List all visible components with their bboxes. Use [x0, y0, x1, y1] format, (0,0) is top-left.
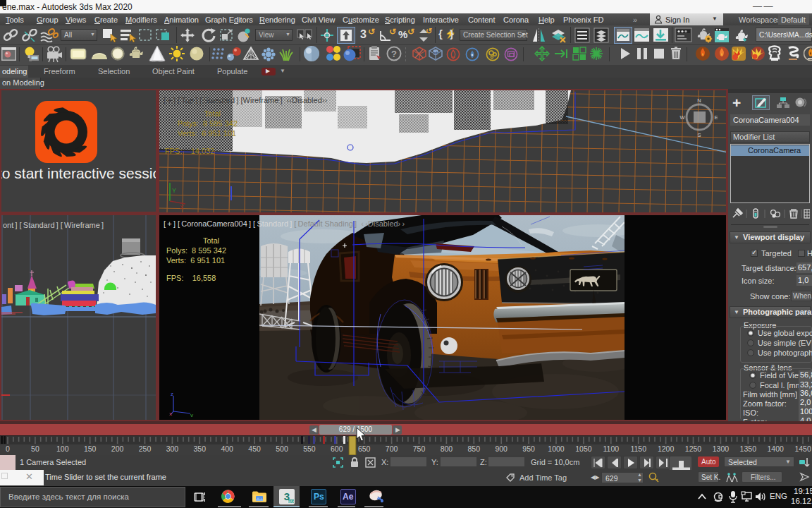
svg-text:W: W: [679, 114, 685, 121]
svg-text:1300: 1300: [713, 445, 730, 453]
svg-text:100: 100: [56, 445, 69, 453]
svg-text:850: 850: [468, 445, 481, 453]
svg-text:1150: 1150: [630, 445, 646, 453]
svg-text:1250: 1250: [685, 445, 702, 453]
svg-text:1000: 1000: [548, 445, 565, 453]
svg-text:1400: 1400: [768, 445, 785, 453]
svg-text:0: 0: [6, 445, 10, 453]
svg-text:X: X: [180, 204, 184, 211]
svg-text:50: 50: [31, 445, 39, 453]
svg-text:1050: 1050: [575, 445, 592, 453]
svg-text:600: 600: [331, 445, 343, 453]
svg-text:z: z: [171, 392, 173, 397]
svg-text:1450: 1450: [794, 445, 811, 453]
svg-text:350: 350: [194, 445, 207, 453]
svg-text:1100: 1100: [603, 445, 620, 453]
svg-text:?: ?: [391, 49, 397, 59]
svg-text:650: 650: [358, 445, 371, 453]
svg-text:800: 800: [441, 445, 453, 453]
svg-text:1200: 1200: [658, 445, 675, 453]
svg-text:950: 950: [522, 445, 535, 453]
svg-text:x: x: [169, 411, 172, 417]
svg-text:550: 550: [303, 445, 316, 453]
svg-text:hdr: hdr: [433, 51, 438, 55]
svg-text:MAX: MAX: [288, 500, 295, 504]
svg-text:150: 150: [84, 445, 97, 453]
svg-text:450: 450: [248, 445, 261, 453]
svg-text:Y: Y: [172, 187, 176, 194]
svg-text:300: 300: [166, 445, 179, 453]
svg-text:400: 400: [221, 445, 233, 453]
svg-text:200: 200: [111, 445, 124, 453]
svg-text:500: 500: [276, 445, 288, 453]
svg-text:y: y: [190, 412, 193, 417]
svg-text:900: 900: [495, 445, 508, 453]
svg-text:S: S: [697, 132, 701, 138]
svg-text:1350: 1350: [740, 445, 757, 453]
svg-text:750: 750: [413, 445, 426, 453]
svg-text:E: E: [714, 114, 718, 121]
svg-text:250: 250: [139, 445, 152, 453]
svg-text:N: N: [697, 97, 701, 104]
svg-text:700: 700: [386, 445, 398, 453]
